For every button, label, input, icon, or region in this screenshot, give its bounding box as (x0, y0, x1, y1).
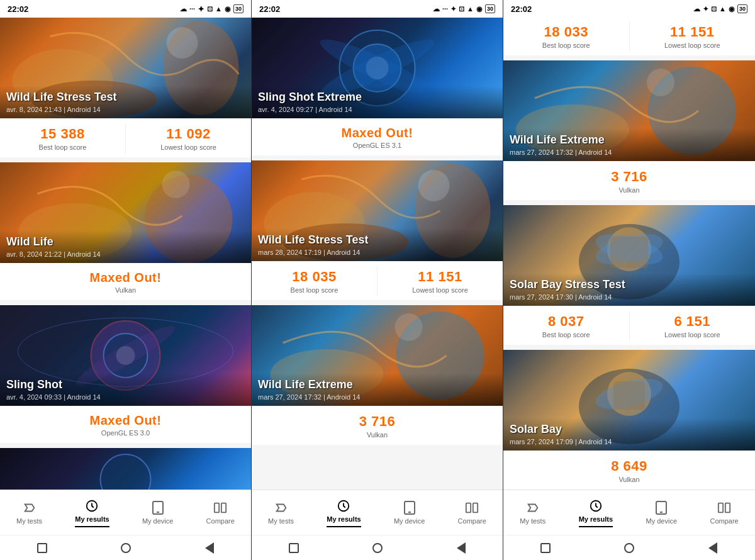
card-overlay-sbst: Solar Bay Stress Test mars 27, 2024 17:3… (503, 273, 755, 306)
nav-my-device-right[interactable]: My device (641, 498, 683, 527)
clock-icon-mid (336, 498, 351, 513)
score-label-ss1: OpenGL ES 3.0 (5, 429, 246, 437)
card-subtitle-wlex-right: mars 27, 2024 17:32 | Android 14 (510, 148, 749, 156)
card-overlay-wlst-mid: Wild Life Stress Test mars 28, 2024 17:1… (252, 228, 503, 261)
battery-mid: 30 (485, 4, 495, 13)
sys-back-mid[interactable] (455, 542, 467, 554)
card-subtitle-wl1: avr. 8, 2024 21:22 | Android 14 (6, 250, 245, 258)
nav-my-device-mid[interactable]: My device (389, 498, 430, 527)
card-scores-sbst: 8 037 Best loop score 6 151 Lowest loop … (503, 306, 755, 345)
card-scores-wlex-right: 3 716 Vulkan (503, 161, 755, 200)
score-single-wlex-right: 3 716 Vulkan (503, 166, 755, 196)
nav-tests-label-mid: My tests (268, 517, 294, 525)
score-value-wlex-mid: 3 716 (257, 413, 498, 430)
score-value-sb-right: 8 649 (508, 458, 750, 474)
nav-compare-mid[interactable]: Compare (453, 498, 491, 527)
nav-my-results-left[interactable]: My results (70, 496, 114, 530)
sys-square-right[interactable] (539, 542, 552, 554)
card-wlex-mid[interactable]: Wild Life Extreme mars 27, 2024 17:32 | … (252, 305, 503, 445)
card-image-wl1: Wild Life avr. 8, 2024 21:22 | Android 1… (0, 162, 251, 263)
score-label-lowest-sbst: Lowest loop score (635, 331, 751, 339)
nav-results-label-mid: My results (327, 515, 361, 523)
nav-compare-left[interactable]: Compare (201, 498, 240, 527)
card-subtitle-wlst1: avr. 8, 2024 21:43 | Android 14 (6, 106, 245, 113)
card-title-ss1: Sling Shot (6, 378, 245, 392)
nav-device-label-right: My device (646, 517, 678, 525)
battery-right: 30 (737, 4, 747, 13)
card-image-wlst1: Wild Life Stress Test avr. 8, 2024 21:43… (0, 18, 251, 118)
partial-top-right: 18 033 Best loop score 11 151 Lowest loo… (503, 18, 755, 55)
card-wlst-mid[interactable]: Wild Life Stress Test mars 28, 2024 17:1… (252, 160, 503, 300)
system-nav-mid (252, 535, 503, 560)
card-wlex-right[interactable]: Wild Life Extreme mars 27, 2024 17:32 | … (503, 60, 755, 200)
status-icons-mid: ☁ ··· ✦ ⊡ ▲ ◉ 30 (433, 4, 495, 13)
nav-compare-right[interactable]: Compare (705, 498, 743, 527)
score-value-ssex: Maxed Out! (257, 126, 498, 140)
score-best-wlst-mid: 18 035 Best loop score (252, 266, 378, 296)
card-overlay-ssex: Sling Shot Extreme avr. 4, 2024 09:27 | … (252, 86, 503, 118)
card-sling-shot-1[interactable]: Sling Shot avr. 4, 2024 09:33 | Android … (0, 305, 251, 443)
scroll-content-mid[interactable]: Sling Shot Extreme avr. 4, 2024 09:27 | … (252, 18, 503, 490)
scroll-content-right[interactable]: 18 033 Best loop score 11 151 Lowest loo… (503, 18, 755, 490)
score-best-sbst: 8 037 Best loop score (503, 311, 630, 341)
scroll-content-left[interactable]: Wild Life Stress Test avr. 8, 2024 21:43… (0, 18, 251, 490)
score-single-wlex-mid: 3 716 Vulkan (252, 411, 503, 441)
card-title-wlst1: Wild Life Stress Test (6, 91, 245, 104)
score-single-wl1: Maxed Out! Vulkan (0, 268, 251, 296)
status-icons-right: ☁ ✦ ⊡ ▲ ◉ 30 (693, 4, 747, 13)
svg-point-29 (395, 313, 423, 341)
nav-my-tests-left[interactable]: My tests (11, 498, 47, 527)
svg-point-37 (647, 69, 674, 96)
status-bar-right: 22:02 ☁ ✦ ⊡ ▲ ◉ 30 (503, 0, 755, 18)
nav-results-label-right: My results (579, 515, 613, 523)
arrow-icon-mid (274, 500, 289, 515)
battery-left: 30 (233, 4, 243, 13)
status-time-mid: 22:02 (259, 4, 280, 14)
card-sb-right[interactable]: Solar Bay mars 27, 2024 17:09 | Android … (503, 350, 755, 490)
card-partial-img-left (0, 448, 251, 490)
bluetooth-icon: ✦ (198, 4, 204, 14)
nav-device-label-mid: My device (394, 517, 425, 525)
card-subtitle-sb-right: mars 27, 2024 17:09 | Android 14 (510, 438, 749, 445)
card-ssex-mid[interactable]: Sling Shot Extreme avr. 4, 2024 09:27 | … (252, 18, 503, 155)
compare-icon-mid (464, 500, 479, 515)
sys-back-left[interactable] (203, 542, 216, 554)
card-sbst-right[interactable]: Solar Bay Stress Test mars 27, 2024 17:3… (503, 205, 755, 345)
score-label-best-wlst1: Best loop score (5, 143, 120, 151)
nav-compare-label-left: Compare (206, 517, 235, 525)
card-wild-life-1[interactable]: Wild Life avr. 8, 2024 21:22 | Android 1… (0, 162, 251, 300)
nav-my-results-mid[interactable]: My results (322, 496, 366, 530)
score-value-lowest-sbst: 6 151 (635, 313, 751, 330)
phone-panel-right: 22:02 ☁ ✦ ⊡ ▲ ◉ 30 18 033 Best loop scor… (503, 0, 755, 560)
score-value-ss1: Maxed Out! (5, 413, 246, 428)
score-value-lowest-wlst-mid: 11 151 (383, 269, 498, 285)
nav-my-device-left[interactable]: My device (137, 498, 179, 527)
nav-device-label-left: My device (142, 517, 174, 525)
card-partial-left (0, 448, 251, 490)
compare-icon-left (213, 500, 228, 515)
svg-rect-50 (719, 503, 723, 513)
score-lowest-sbst: 6 151 Lowest loop score (630, 311, 756, 341)
sys-circle-left[interactable] (120, 542, 132, 554)
score-single-ss1: Maxed Out! OpenGL ES 3.0 (0, 411, 251, 439)
card-overlay-wlst1: Wild Life Stress Test avr. 8, 2024 21:43… (0, 86, 251, 118)
more-icon: ··· (189, 5, 195, 13)
nav-my-tests-right[interactable]: My tests (515, 498, 551, 527)
sys-back-right[interactable] (707, 542, 719, 554)
card-wild-life-stress-1[interactable]: Wild Life Stress Test avr. 8, 2024 21:43… (0, 18, 251, 157)
nav-results-label-left: My results (75, 515, 109, 523)
sys-square-mid[interactable] (288, 542, 300, 554)
bluetooth-icon-right: ✦ (703, 5, 708, 13)
nav-compare-label-right: Compare (710, 517, 738, 525)
partial-score-lowest: 11 151 Lowest loop score (630, 21, 756, 52)
sys-circle-mid[interactable] (371, 542, 384, 554)
nav-my-results-right[interactable]: My results (574, 496, 618, 530)
cloud-icon: ☁ (180, 5, 187, 13)
sys-circle-right[interactable] (623, 542, 635, 554)
bottom-nav-left: My tests My results My device Compare (0, 490, 251, 535)
card-subtitle-ssex: avr. 4, 2024 09:27 | Android 14 (258, 106, 496, 113)
sys-square-left[interactable] (36, 542, 48, 554)
card-image-sb-right: Solar Bay mars 27, 2024 17:09 | Android … (503, 350, 755, 451)
card-subtitle-ss1: avr. 4, 2024 09:33 | Android 14 (6, 393, 245, 401)
nav-my-tests-mid[interactable]: My tests (263, 498, 299, 527)
